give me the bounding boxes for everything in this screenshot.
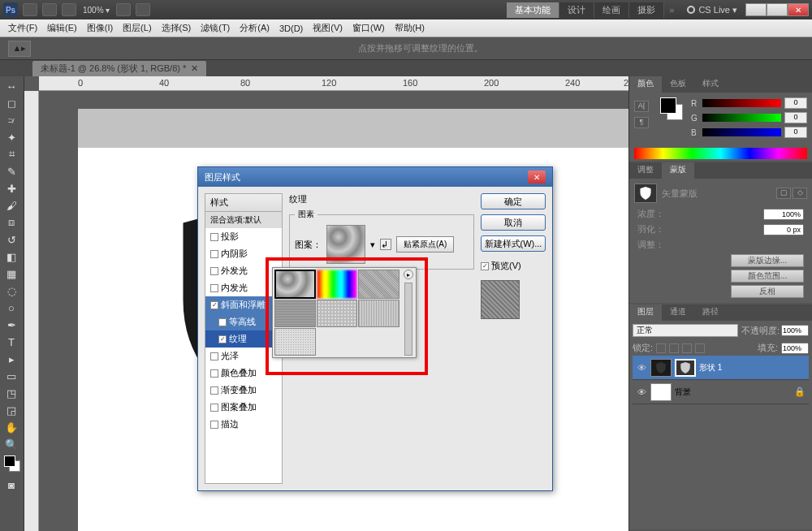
crop-tool[interactable]: ⌗ (2, 146, 21, 162)
menu-analysis[interactable]: 分析(A) (235, 20, 274, 36)
menu-view[interactable]: 视图(V) (308, 20, 348, 36)
dodge-tool[interactable]: ○ (2, 300, 21, 316)
feather-input[interactable] (763, 224, 804, 235)
style-innershadow[interactable]: 内阴影 (205, 245, 282, 262)
tab-layers[interactable]: 图层 (629, 304, 662, 321)
minibridge-icon[interactable] (42, 3, 57, 16)
cslive-menu[interactable]: CS Live ▾ (687, 5, 737, 15)
3dcam-tool[interactable]: ◲ (2, 402, 21, 418)
layer-thumb[interactable] (650, 359, 672, 377)
marquee-tool[interactable]: ◻ (2, 95, 21, 111)
dialog-close-button[interactable]: ✕ (528, 171, 546, 183)
layer-item-shape1[interactable]: 👁 形状 1 (633, 356, 809, 380)
picker-scrollbar[interactable] (404, 283, 412, 356)
r-value[interactable]: 0 (784, 97, 807, 109)
ruler-vertical[interactable] (24, 91, 39, 531)
screenmode-icon[interactable] (136, 3, 150, 16)
vectormask-icon[interactable]: ◇ (793, 188, 807, 199)
opacity-input[interactable] (781, 325, 809, 336)
g-slider[interactable] (702, 114, 781, 122)
tab-paths[interactable]: 路径 (694, 304, 727, 321)
blur-tool[interactable]: ◌ (2, 283, 21, 299)
menu-window[interactable]: 窗口(W) (348, 20, 390, 36)
workspace-design[interactable]: 设计 (559, 2, 594, 18)
tab-adjust[interactable]: 调整 (629, 162, 662, 179)
style-dropshadow[interactable]: 投影 (205, 228, 282, 245)
color-swatch[interactable] (2, 453, 21, 476)
b-value[interactable]: 0 (784, 127, 807, 138)
invert-button[interactable]: 反相 (731, 285, 804, 298)
pattern-swatch-2[interactable] (317, 270, 358, 299)
mask-thumbnail[interactable] (634, 183, 657, 203)
workspace-photography[interactable]: 摄影 (629, 2, 664, 18)
style-gradientoverlay[interactable]: 渐变叠加 (205, 382, 282, 399)
menu-file[interactable]: 文件(F) (3, 20, 42, 36)
menu-image[interactable]: 图像(I) (82, 20, 118, 36)
heal-tool[interactable]: ✚ (2, 180, 21, 196)
layer-item-background[interactable]: 👁 背景 🔒 (633, 380, 809, 404)
vector-mask-thumb[interactable] (675, 359, 696, 377)
eraser-tool[interactable]: ◧ (2, 248, 21, 265)
lock-all-icon[interactable] (695, 343, 705, 353)
preview-checkbox[interactable]: 预览(V) (481, 260, 546, 272)
bridge-icon[interactable] (23, 3, 37, 16)
b-slider[interactable] (702, 128, 781, 136)
workspace-painting[interactable]: 绘画 (594, 2, 629, 18)
pixelmask-icon[interactable]: ▢ (776, 188, 791, 199)
spectrum-bar[interactable] (634, 148, 807, 159)
style-coloroverlay[interactable]: 颜色叠加 (205, 365, 282, 382)
lock-pixels-icon[interactable] (669, 343, 679, 353)
style-texture[interactable]: 纹理 (205, 330, 282, 348)
layer-name[interactable]: 背景 (675, 386, 691, 398)
density-input[interactable] (763, 209, 804, 220)
style-patternoverlay[interactable]: 图案叠加 (205, 399, 282, 416)
type-tool[interactable]: T (2, 334, 21, 350)
style-bevel[interactable]: 斜面和浮雕 (205, 296, 282, 313)
layer-thumb[interactable] (650, 383, 672, 401)
blend-mode-select[interactable]: 正常 (633, 324, 738, 337)
pattern-swatch-5[interactable] (317, 300, 358, 327)
shape-tool[interactable]: ▭ (2, 368, 21, 384)
quickmask-tool[interactable]: ◙ (2, 477, 21, 493)
path-tool[interactable]: ▸ (2, 351, 21, 367)
menu-select[interactable]: 选择(S) (157, 20, 197, 36)
tab-channels[interactable]: 通道 (662, 304, 694, 321)
pen-tool[interactable]: ✒ (2, 317, 21, 333)
menu-filter[interactable]: 滤镜(T) (196, 20, 235, 36)
fill-input[interactable] (781, 343, 809, 354)
panel-swatch[interactable] (660, 97, 685, 122)
picker-menu-icon[interactable]: ▸ (404, 270, 413, 279)
workspace-essentials[interactable]: 基本功能 (507, 2, 559, 18)
tab-styles[interactable]: 样式 (694, 76, 727, 93)
visibility-icon[interactable]: 👁 (636, 362, 647, 373)
tab-color[interactable]: 颜色 (629, 76, 662, 93)
menu-edit[interactable]: 编辑(E) (42, 20, 82, 36)
hand-tool[interactable]: ✋ (2, 419, 21, 435)
gradient-tool[interactable]: ▦ (2, 266, 21, 282)
color-range-button[interactable]: 颜色范围... (731, 270, 804, 283)
maximize-button[interactable]: □ (767, 3, 788, 16)
char-panel-icon[interactable]: A| (634, 101, 649, 112)
style-innerglow[interactable]: 内发光 (205, 279, 282, 296)
r-slider[interactable] (702, 99, 781, 107)
snap-origin-button[interactable]: 贴紧原点(A) (396, 236, 454, 253)
visibility-icon[interactable]: 👁 (636, 386, 647, 398)
pattern-dropdown-icon[interactable]: ▾ (370, 240, 375, 250)
pattern-swatch-6[interactable] (358, 300, 400, 327)
g-value[interactable]: 0 (784, 112, 807, 123)
brush-tool[interactable]: 🖌 (2, 197, 21, 214)
3d-tool[interactable]: ◳ (2, 385, 21, 401)
para-panel-icon[interactable]: ¶ (634, 117, 649, 128)
wand-tool[interactable]: ✦ (2, 129, 21, 145)
blend-options-item[interactable]: 混合选项:默认 (205, 212, 282, 228)
dialog-titlebar[interactable]: 图层样式 ✕ (198, 167, 552, 187)
layer-name[interactable]: 形状 1 (699, 362, 722, 373)
menu-3d[interactable]: 3D(D) (274, 22, 308, 35)
doctab-close-icon[interactable]: ✕ (191, 63, 198, 74)
menu-help[interactable]: 帮助(H) (390, 20, 430, 36)
move-tool[interactable]: ↔ (2, 78, 21, 94)
close-button[interactable]: ✕ (788, 3, 809, 16)
style-contour[interactable]: 等高线 (205, 313, 282, 330)
cancel-button[interactable]: 取消 (481, 214, 546, 231)
ok-button[interactable]: 确定 (481, 193, 546, 209)
